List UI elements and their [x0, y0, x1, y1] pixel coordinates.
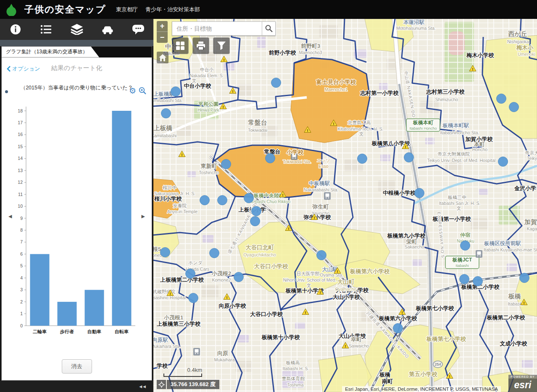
svg-text:14: 14	[18, 156, 23, 161]
map-label: 前野小学校	[269, 50, 297, 56]
map-label: 加賀	[524, 218, 537, 226]
accident-marker[interactable]	[497, 94, 506, 104]
bar-label: 歩行者	[60, 329, 74, 334]
map-label: Tokiwadai	[248, 128, 267, 133]
svg-text:!: !	[170, 292, 171, 296]
map-label: Maenocho1	[325, 87, 348, 92]
locate-button[interactable]	[157, 380, 166, 389]
car-icon	[101, 24, 114, 35]
home-button[interactable]	[157, 52, 168, 63]
tab-comments[interactable]	[123, 19, 153, 40]
map-label: 富士見台小学校	[316, 79, 356, 85]
accident-marker[interactable]	[358, 154, 367, 164]
map-label: 大山町	[337, 279, 355, 285]
accident-marker[interactable]	[189, 293, 198, 303]
bar-chart: 0123456789101112131415161718二輪車歩行者自動車自転車	[2, 98, 151, 344]
svg-text:15: 15	[18, 144, 23, 149]
accident-marker[interactable]	[393, 324, 403, 333]
clear-button[interactable]: 消去	[62, 359, 92, 374]
svg-text:12: 12	[18, 180, 23, 185]
accident-marker[interactable]	[266, 154, 275, 163]
link-tokyo-metro[interactable]: 東京都庁	[116, 6, 138, 13]
bar-歩行者[interactable]	[58, 302, 77, 326]
accident-marker[interactable]	[509, 102, 519, 112]
map-container: 板橋本町Itabashi Honcho板橋JCTItabashi254 中台Na…	[153, 19, 537, 392]
accident-marker[interactable]	[250, 217, 260, 226]
print-button[interactable]	[192, 37, 209, 54]
tab-legend-list[interactable]	[31, 19, 61, 40]
map-label: 根5	[153, 246, 161, 252]
link-safety-hq[interactable]: 青少年・治安対策本部	[145, 6, 200, 13]
map-label: 本蓮沼駅	[403, 19, 425, 25]
svg-text:11: 11	[18, 192, 23, 197]
accident-marker[interactable]	[210, 248, 219, 258]
map-label: Toshincho	[199, 170, 218, 175]
bar-二輪車[interactable]	[30, 254, 50, 326]
map-label: 大谷口小学校	[250, 311, 283, 317]
bar-label: 自動車	[87, 329, 101, 334]
zoom-in-icon[interactable]	[139, 87, 147, 95]
map-label: 上板橋	[153, 124, 173, 131]
tokyo-leaf-logo	[4, 3, 18, 16]
carousel-next-arrow[interactable]: ▶	[142, 214, 145, 219]
accident-marker[interactable]	[415, 188, 424, 198]
route-shield: 板橋JCTItabashi	[445, 256, 479, 269]
accident-marker[interactable]	[498, 157, 508, 167]
carousel-prev-arrow[interactable]: ◀	[8, 214, 12, 219]
accident-marker[interactable]	[461, 241, 470, 251]
zoom-in-button[interactable]: +	[157, 21, 168, 32]
accident-marker[interactable]	[161, 109, 171, 118]
map-canvas[interactable]: 板橋本町Itabashi Honcho板橋JCTItabashi254 中台Na…	[153, 19, 537, 392]
svg-text:!: !	[402, 311, 403, 315]
map-label: Nihon Univ. School of Med.	[283, 277, 336, 282]
accident-marker[interactable]	[244, 193, 254, 203]
accident-marker[interactable]	[252, 206, 261, 216]
svg-text:4: 4	[20, 275, 23, 280]
bar-自動車[interactable]	[85, 290, 104, 326]
app-title: 子供の安全マップ	[24, 3, 106, 16]
map-label: 志村第一小学校	[360, 90, 399, 96]
accident-marker[interactable]	[161, 248, 170, 257]
tab-traffic-accidents[interactable]	[92, 19, 123, 40]
back-to-options-link[interactable]: オプション	[7, 65, 40, 73]
map-label: 金沢小学	[514, 185, 536, 191]
map-label: 本町	[474, 141, 485, 147]
map-label: 幸町	[351, 336, 362, 342]
accident-marker[interactable]	[460, 274, 469, 284]
accident-marker[interactable]	[317, 251, 326, 260]
basemap-gallery-button[interactable]	[172, 37, 189, 54]
sidebar-collapse-bar[interactable]: ◀◀	[0, 381, 153, 392]
search-button[interactable]	[262, 21, 276, 36]
accident-marker[interactable]	[520, 273, 529, 283]
bar-自転車[interactable]	[112, 111, 132, 326]
map-label: 板橋	[508, 293, 521, 300]
accident-marker[interactable]	[171, 87, 181, 97]
accident-marker[interactable]	[221, 159, 231, 169]
accident-marker[interactable]	[404, 153, 414, 162]
gear-icon[interactable]: ⚙	[129, 87, 136, 95]
filter-button[interactable]	[213, 37, 230, 54]
svg-text:0: 0	[20, 323, 23, 328]
search-input[interactable]	[172, 21, 262, 36]
map-label: Honcho	[472, 147, 487, 152]
svg-text:板橋JCT: 板橋JCT	[452, 257, 472, 263]
svg-text:!: !	[282, 193, 284, 197]
tab-layers[interactable]	[61, 19, 92, 40]
accident-marker[interactable]	[200, 196, 210, 205]
map-label: 栄町	[406, 238, 417, 245]
tab-info[interactable]	[0, 19, 31, 40]
panel-tab-graph-summary[interactable]: グラフ集計（13歳未満の交通事故）	[2, 47, 99, 57]
zoom-out-button[interactable]: −	[157, 32, 168, 43]
svg-text:!: !	[472, 67, 474, 71]
accident-marker[interactable]	[473, 277, 483, 286]
accident-marker[interactable]	[271, 78, 281, 88]
accident-marker[interactable]	[186, 269, 195, 279]
map-label: Nakadai Elem. S.	[190, 73, 224, 78]
carousel-page-dot[interactable]	[5, 90, 8, 93]
map-label: Tokiwadai Sta.	[283, 159, 311, 164]
accident-marker[interactable]	[218, 196, 227, 205]
svg-text:13: 13	[18, 168, 23, 173]
map-label: 志村第三小学校	[426, 89, 465, 95]
map-label: 上板橋第二小学校	[160, 277, 204, 283]
accident-marker[interactable]	[234, 272, 244, 282]
